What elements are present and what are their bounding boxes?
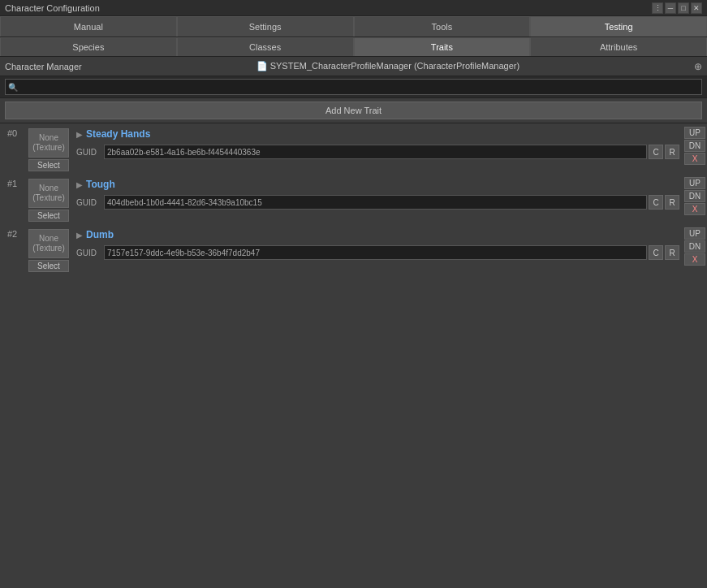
up-btn-1[interactable]: UP xyxy=(684,177,705,189)
guid-row-1: GUID C R xyxy=(76,195,679,210)
x-btn-2[interactable]: X xyxy=(684,253,705,266)
tab-testing[interactable]: Testing xyxy=(530,16,707,37)
texture-label-type-2: (Texture) xyxy=(32,244,64,253)
x-btn-1[interactable]: X xyxy=(684,203,705,215)
table-row: #0 None (Texture) Select ▶ Steady Hands … xyxy=(0,125,707,174)
trait-texture-2: None (Texture) Select xyxy=(24,226,73,275)
add-btn-row: Add New Trait xyxy=(0,98,707,123)
trait-actions-2: UP DN X xyxy=(683,226,707,275)
refresh-btn-2[interactable]: R xyxy=(665,245,679,260)
texture-label-none-0: None xyxy=(39,133,58,143)
texture-label-none-2: None xyxy=(39,234,58,244)
texture-label-type-1: (Texture) xyxy=(32,193,64,203)
window-title: Character Configuration xyxy=(5,3,100,13)
trait-texture-0: None (Texture) Select xyxy=(24,125,73,174)
guid-input-1[interactable] xyxy=(104,195,647,210)
select-btn-2[interactable]: Select xyxy=(28,260,69,272)
texture-box-0: None (Texture) xyxy=(28,128,69,158)
close-btn[interactable]: ✕ xyxy=(691,2,702,14)
trait-name-2[interactable]: Dumb xyxy=(86,229,114,240)
trait-index-0: #0 xyxy=(0,125,24,174)
manager-link[interactable]: 📄 SYSTEM_CharacterProfileManager (Charac… xyxy=(257,61,520,71)
title-bar: Character Configuration ⋮ ─ □ ✕ xyxy=(0,0,707,16)
table-row: #1 None (Texture) Select ▶ Tough GUID C … xyxy=(0,175,707,224)
guid-label-1: GUID xyxy=(76,198,102,207)
menu-btn[interactable]: ⋮ xyxy=(652,2,663,14)
guid-label-0: GUID xyxy=(76,148,102,157)
subtab-traits[interactable]: Traits xyxy=(354,37,531,56)
texture-label-type-0: (Texture) xyxy=(32,143,64,153)
table-row: #2 None (Texture) Select ▶ Dumb GUID C R xyxy=(0,226,707,275)
trait-body-1: ▶ Tough GUID C R xyxy=(73,175,683,224)
refresh-btn-1[interactable]: R xyxy=(665,195,679,210)
tab-settings[interactable]: Settings xyxy=(177,16,354,37)
copy-btn-0[interactable]: C xyxy=(649,145,663,159)
manager-title: Character Manager xyxy=(5,62,82,71)
main-tab-row: Manual Settings Tools Testing xyxy=(0,16,707,37)
trait-actions-1: UP DN X xyxy=(683,175,707,224)
add-icon[interactable]: ⊕ xyxy=(694,61,702,72)
search-input[interactable] xyxy=(5,79,702,95)
trait-name-row-0: ▶ Steady Hands xyxy=(76,128,679,140)
texture-label-none-1: None xyxy=(39,184,58,193)
trait-name-row-1: ▶ Tough xyxy=(76,179,679,190)
subtab-classes[interactable]: Classes xyxy=(177,37,354,56)
tab-tools[interactable]: Tools xyxy=(354,16,531,37)
trait-name-0[interactable]: Steady Hands xyxy=(86,128,150,140)
select-btn-0[interactable]: Select xyxy=(28,159,69,171)
copy-btn-1[interactable]: C xyxy=(649,195,663,210)
minimize-btn[interactable]: ─ xyxy=(665,2,676,14)
guid-input-0[interactable] xyxy=(104,145,647,159)
subtab-row: Species Classes Traits Attributes xyxy=(0,37,707,57)
up-btn-2[interactable]: UP xyxy=(684,227,705,240)
window-controls: ⋮ ─ □ ✕ xyxy=(652,2,702,14)
dn-btn-1[interactable]: DN xyxy=(684,190,705,202)
x-btn-0[interactable]: X xyxy=(684,153,705,165)
select-btn-1[interactable]: Select xyxy=(28,210,69,222)
trait-index-2: #2 xyxy=(0,226,24,275)
guid-row-0: GUID C R xyxy=(76,145,679,159)
up-btn-0[interactable]: UP xyxy=(684,127,705,139)
search-wrapper: 🔍 xyxy=(5,79,702,95)
trait-list: #0 None (Texture) Select ▶ Steady Hands … xyxy=(0,123,707,564)
trait-actions-0: UP DN X xyxy=(683,125,707,174)
expand-arrow-0[interactable]: ▶ xyxy=(76,130,83,139)
trait-index-1: #1 xyxy=(0,175,24,224)
add-new-trait-button[interactable]: Add New Trait xyxy=(5,102,702,119)
trait-list-container: #0 None (Texture) Select ▶ Steady Hands … xyxy=(0,123,707,278)
texture-box-2: None (Texture) xyxy=(28,229,69,258)
trait-name-1[interactable]: Tough xyxy=(86,179,115,190)
tab-manual[interactable]: Manual xyxy=(0,16,177,37)
texture-box-1: None (Texture) xyxy=(28,179,69,208)
guid-label-2: GUID xyxy=(76,249,102,257)
manager-bar: Character Manager 📄 SYSTEM_CharacterProf… xyxy=(0,57,707,76)
copy-btn-2[interactable]: C xyxy=(649,245,663,260)
maximize-btn[interactable]: □ xyxy=(678,2,689,14)
expand-arrow-2[interactable]: ▶ xyxy=(76,231,83,240)
trait-texture-1: None (Texture) Select xyxy=(24,175,73,224)
trait-name-row-2: ▶ Dumb xyxy=(76,229,679,240)
trait-body-2: ▶ Dumb GUID C R xyxy=(73,226,683,275)
subtab-attributes[interactable]: Attributes xyxy=(530,37,707,56)
subtab-species[interactable]: Species xyxy=(0,37,177,56)
guid-row-2: GUID C R xyxy=(76,245,679,260)
guid-input-2[interactable] xyxy=(104,245,647,260)
search-bar: 🔍 xyxy=(0,76,707,98)
search-icon: 🔍 xyxy=(8,83,18,92)
refresh-btn-0[interactable]: R xyxy=(665,145,679,159)
trait-body-0: ▶ Steady Hands GUID C R xyxy=(73,125,683,174)
dn-btn-0[interactable]: DN xyxy=(684,140,705,152)
dn-btn-2[interactable]: DN xyxy=(684,240,705,253)
expand-arrow-1[interactable]: ▶ xyxy=(76,180,83,189)
